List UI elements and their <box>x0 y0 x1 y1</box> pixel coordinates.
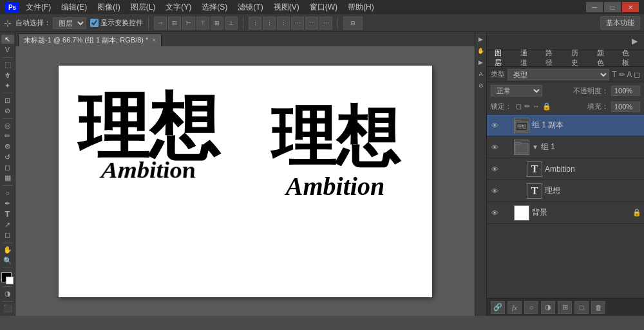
crop-tool[interactable]: ⊡ <box>1 96 14 105</box>
main-layout: ↖ V ⬚ 🗡 ✦ ⊡ ⊘ ◎ ✏ ⊗ ↺ ◻ ▦ ○ ✒ T ↗ ◻ ✋ 🔍 … <box>0 32 644 316</box>
lock-all-button[interactable]: 🔒 <box>542 102 551 111</box>
strip-btn-5[interactable]: ⊘ <box>477 81 486 90</box>
strip-btn-4[interactable]: A <box>477 69 486 78</box>
brush-tool[interactable]: ✏ <box>1 132 14 141</box>
new-group-button[interactable]: ⊞ <box>558 301 572 314</box>
layer-eye-group1-copy[interactable]: 👁 <box>489 120 500 131</box>
workspace-button[interactable]: 基本功能 <box>600 16 640 30</box>
eyedropper-tool[interactable]: ⊘ <box>1 106 14 115</box>
layer-eye-lixiang[interactable]: 👁 <box>489 186 500 196</box>
minimize-button[interactable]: ─ <box>586 2 603 12</box>
lasso-tool[interactable]: 🗡 <box>1 71 14 80</box>
align-bottom-button[interactable]: ⊥ <box>225 17 238 30</box>
layer-item-ambition[interactable]: 👁 T Ambition <box>487 158 644 180</box>
opacity-input[interactable] <box>611 86 640 96</box>
layer-item-lixiang[interactable]: 👁 T 理想 <box>487 180 644 202</box>
layer-item-background[interactable]: 👁 背景 🔒 <box>487 202 644 224</box>
left-toolbar: ↖ V ⬚ 🗡 ✦ ⊡ ⊘ ◎ ✏ ⊗ ↺ ◻ ▦ ○ ✒ T ↗ ◻ ✋ 🔍 … <box>0 32 15 316</box>
strip-btn-2[interactable]: ✋ <box>477 46 486 55</box>
layer-eye-group1[interactable]: 👁 <box>489 142 500 152</box>
new-adjustment-button[interactable]: ◑ <box>541 301 555 314</box>
lock-label: 锁定： <box>491 102 512 111</box>
dist-bottom-button[interactable]: ⋯ <box>319 17 332 30</box>
menu-window[interactable]: 窗口(W) <box>306 1 341 14</box>
layer-item-group1[interactable]: 👁 ▼ 组 1 <box>487 136 644 158</box>
lock-row: 锁定： ◻ ✏ ↔ 🔒 填充： <box>487 99 644 115</box>
layer-name-background: 背景 <box>532 207 630 218</box>
layers-panel: 类型 类型 T ✏ A ◻ 正常 不透明度： 锁定： <box>487 67 644 316</box>
background-color[interactable] <box>6 277 14 284</box>
blend-mode-select[interactable]: 正常 <box>491 85 542 96</box>
arrange-button[interactable]: ⊟ <box>343 17 363 30</box>
marquee-tool[interactable]: ⬚ <box>1 60 14 69</box>
menu-file[interactable]: 文件(F) <box>22 1 55 14</box>
foreground-color[interactable] <box>1 272 12 282</box>
layer-item-group1-copy[interactable]: 👁 理想 组 1 副本 <box>487 115 644 136</box>
menu-image[interactable]: 图像(I) <box>93 1 124 14</box>
filter-type-select[interactable]: 类型 <box>507 69 609 80</box>
link-layers-button[interactable]: 🔗 <box>491 301 505 314</box>
menu-layer[interactable]: 图层(L) <box>127 1 160 14</box>
menu-filter[interactable]: 滤镜(T) <box>234 1 267 14</box>
layer-eye-background[interactable]: 👁 <box>489 208 500 218</box>
layer-list: 👁 理想 组 1 副本 👁 <box>487 115 644 298</box>
move-tool[interactable]: ↖ <box>1 35 14 44</box>
zoom-tool[interactable]: 🔍 <box>1 256 14 265</box>
layer-group-dropdown[interactable]: 图层 <box>53 17 86 29</box>
canvas-content[interactable]: 理想 Ambition 理想 Ambition <box>15 46 475 316</box>
delete-layer-button[interactable]: 🗑 <box>591 301 605 314</box>
dist-right-button[interactable]: ⋮ <box>277 17 290 30</box>
group1-arrow[interactable]: ▼ <box>532 143 538 151</box>
screen-mode-button[interactable]: ⬛ <box>1 304 14 313</box>
align-center-h-button[interactable]: ⊟ <box>168 17 181 30</box>
filter-options[interactable]: T ✏ A ◻ <box>612 70 640 79</box>
separator-2 <box>243 17 243 29</box>
maximize-button[interactable]: □ <box>604 2 621 12</box>
quick-mask-tool[interactable]: ◑ <box>1 289 14 298</box>
new-layer-button[interactable]: □ <box>574 301 589 314</box>
dist-left-button[interactable]: ⋮ <box>249 17 261 30</box>
align-right-button[interactable]: ⊢ <box>182 17 195 30</box>
fill-input[interactable] <box>611 102 640 112</box>
strip-btn-3[interactable]: ▶ <box>477 58 486 67</box>
shape-tool[interactable]: ◻ <box>1 231 14 240</box>
wand-tool[interactable]: ✦ <box>1 81 14 90</box>
hand-tool[interactable]: ✋ <box>1 246 14 255</box>
dist-center-v-button[interactable]: ⋯ <box>305 17 318 30</box>
spot-heal-tool[interactable]: ◎ <box>1 121 14 130</box>
align-top-button[interactable]: ⊤ <box>196 17 209 30</box>
layer-eye-ambition[interactable]: 👁 <box>489 164 500 174</box>
menu-help[interactable]: 帮助(H) <box>344 1 378 14</box>
select-tool[interactable]: V <box>1 45 14 54</box>
pen-tool[interactable]: ✒ <box>1 199 14 208</box>
eraser-tool[interactable]: ◻ <box>1 163 14 172</box>
menu-select[interactable]: 选择(S) <box>198 1 231 14</box>
show-transform-checkbox[interactable] <box>90 19 99 27</box>
ps-logo: Ps <box>5 2 19 12</box>
artwork-ambition-curved: Ambition <box>100 157 197 183</box>
title-bar: Ps 文件(F) 编辑(E) 图像(I) 图层(L) 文字(Y) 选择(S) 滤… <box>0 0 644 14</box>
menu-view[interactable]: 视图(V) <box>270 1 303 14</box>
align-left-button[interactable]: ⊣ <box>154 17 167 30</box>
document-tab[interactable]: 未标题-1 @ 66.7% (组 1 副本, RGB/8) * × <box>18 33 162 46</box>
dist-top-button[interactable]: ⋯ <box>291 17 304 30</box>
menu-edit[interactable]: 编辑(E) <box>57 1 91 14</box>
add-mask-button[interactable]: ○ <box>524 301 538 314</box>
path-select-tool[interactable]: ↗ <box>1 220 14 229</box>
filter-label: 类型 <box>491 69 505 79</box>
stamp-tool[interactable]: ⊗ <box>1 142 14 151</box>
text-tool[interactable]: T <box>1 209 14 219</box>
lock-paint-button[interactable]: ✏ <box>524 102 530 111</box>
lock-transparent-button[interactable]: ◻ <box>516 102 522 111</box>
menu-text[interactable]: 文字(Y) <box>162 1 195 14</box>
document-tab-close[interactable]: × <box>152 37 156 44</box>
close-button[interactable]: ✕ <box>622 2 639 12</box>
lock-position-button[interactable]: ↔ <box>533 102 540 111</box>
dodge-tool[interactable]: ○ <box>1 188 14 197</box>
align-center-v-button[interactable]: ⊞ <box>211 17 223 30</box>
dist-center-h-button[interactable]: ⋮ <box>263 17 276 30</box>
strip-btn-1[interactable]: ▶ <box>477 35 486 44</box>
history-brush-tool[interactable]: ↺ <box>1 152 14 161</box>
fx-button[interactable]: fx <box>507 301 522 314</box>
gradient-tool[interactable]: ▦ <box>1 174 14 183</box>
